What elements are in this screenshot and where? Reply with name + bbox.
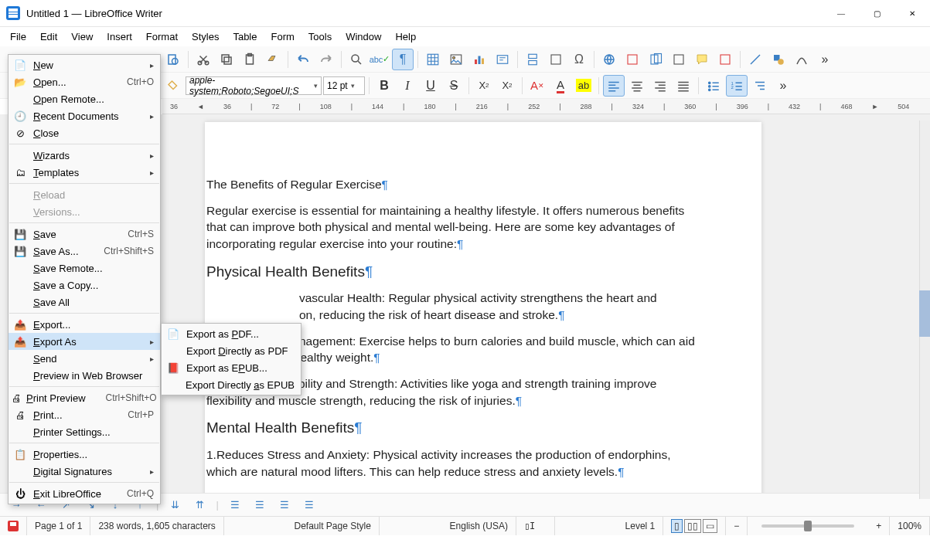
italic-button[interactable]: I	[397, 75, 418, 97]
highlight-style-icon[interactable]	[162, 75, 184, 97]
highlight-button[interactable]: ab	[573, 75, 594, 97]
underline-button[interactable]: U	[420, 75, 441, 97]
menu-view[interactable]: View	[64, 29, 100, 45]
overflow2-icon[interactable]: »	[772, 75, 794, 97]
menuitem-export-as[interactable]: 📤Export As▸	[9, 333, 160, 350]
submenu-export-pdf[interactable]: 📄 Export as PDF...	[162, 325, 301, 342]
nav-subdown-icon[interactable]: ⇊	[166, 497, 183, 514]
sb-words[interactable]: 238 words, 1,605 characters	[90, 517, 223, 535]
submenu-export-directly-pdf[interactable]: Export Directly as PDF	[162, 342, 301, 359]
find-icon[interactable]	[346, 49, 367, 70]
menuitem-print-[interactable]: 🖨Print...Ctrl+P	[9, 406, 160, 423]
menuitem-export-[interactable]: 📤Export...	[9, 316, 160, 333]
menu-window[interactable]: Window	[339, 29, 388, 45]
formatting-marks-icon[interactable]: ¶	[392, 49, 414, 70]
redo-icon[interactable]	[315, 49, 337, 70]
insert-field-icon[interactable]	[545, 49, 567, 70]
menu-format[interactable]: Format	[139, 29, 185, 45]
clear-format-button[interactable]: A✕	[526, 75, 548, 97]
nav-list3-icon[interactable]: ☰	[276, 497, 293, 514]
paste-icon[interactable]	[239, 49, 261, 70]
maximize-button[interactable]: ▢	[859, 0, 894, 27]
menu-help[interactable]: Help	[388, 29, 423, 45]
menu-tools[interactable]: Tools	[301, 29, 339, 45]
menuitem-close[interactable]: ⊘Close	[9, 124, 160, 141]
sb-zoom[interactable]: 100%	[890, 517, 930, 535]
sb-zoom-out[interactable]: −	[726, 517, 748, 535]
subscript-button[interactable]: X2	[496, 75, 518, 97]
clone-format-icon[interactable]	[262, 49, 284, 70]
comment-icon[interactable]	[691, 49, 713, 70]
bookmark-icon[interactable]	[645, 49, 666, 70]
nav-subup-icon[interactable]: ⇈	[191, 497, 208, 514]
menuitem-save-a-copy-[interactable]: Save a Copy...	[9, 277, 160, 294]
bullet-list-button[interactable]	[703, 75, 724, 97]
print-preview-icon[interactable]	[162, 49, 184, 70]
sb-page[interactable]: Page 1 of 1	[27, 517, 90, 535]
spellcheck-icon[interactable]: abc✓	[369, 49, 390, 70]
submenu-export-epub[interactable]: 📕 Export as EPUB...	[162, 359, 301, 376]
menuitem-send[interactable]: Send▸	[9, 350, 160, 367]
nav-list2-icon[interactable]: ☰	[251, 497, 268, 514]
align-right-button[interactable]	[649, 75, 671, 97]
font-color-button[interactable]: A	[550, 75, 571, 97]
menu-styles[interactable]: Styles	[185, 29, 226, 45]
font-name-combo[interactable]: apple-system;Roboto;SegoeUI;S ▾	[186, 76, 322, 95]
menuitem-save[interactable]: 💾SaveCtrl+S	[9, 226, 160, 243]
document-page[interactable]: The Benefits of Regular Exercise¶ Regula…	[205, 122, 761, 493]
close-button[interactable]: ✕	[894, 0, 930, 27]
page-break-icon[interactable]	[522, 49, 543, 70]
menuitem-save-as-[interactable]: 💾Save As...Ctrl+Shift+S	[9, 243, 160, 260]
menuitem-printer-settings-[interactable]: Printer Settings...	[9, 423, 160, 440]
submenu-export-directly-epub[interactable]: Export Directly as EPUB	[162, 376, 301, 393]
undo-icon[interactable]	[292, 49, 314, 70]
horizontal-ruler[interactable]: 36◄ 36| 72| 108| 144| 180| 216| 252| 288…	[162, 99, 930, 114]
sb-zoom-slider[interactable]	[748, 517, 868, 535]
align-left-button[interactable]	[603, 75, 625, 97]
line-icon[interactable]	[744, 49, 766, 70]
menuitem-wizards[interactable]: Wizards▸	[9, 147, 160, 164]
superscript-button[interactable]: X2	[473, 75, 495, 97]
menuitem-print-preview[interactable]: 🖨Print PreviewCtrl+Shift+O	[9, 389, 160, 406]
shapes-icon[interactable]	[768, 49, 789, 70]
cross-ref-icon[interactable]	[668, 49, 690, 70]
nav-list4-icon[interactable]: ☰	[301, 497, 318, 514]
menu-file[interactable]: File	[3, 29, 33, 45]
menuitem-exit-libreoffice[interactable]: ⏻Exit LibreOfficeCtrl+Q	[9, 485, 160, 502]
outline-button[interactable]	[749, 75, 771, 97]
menu-table[interactable]: Table	[226, 29, 264, 45]
copy-icon[interactable]	[216, 49, 237, 70]
bold-button[interactable]: B	[373, 75, 395, 97]
align-center-button[interactable]	[626, 75, 648, 97]
menuitem-save-all[interactable]: Save All	[9, 294, 160, 311]
menuitem-save-remote-[interactable]: Save Remote...	[9, 260, 160, 277]
hyperlink-icon[interactable]	[598, 49, 620, 70]
number-list-button[interactable]: 12	[726, 75, 748, 97]
font-size-combo[interactable]: 12 pt ▾	[323, 76, 365, 95]
footnote-icon[interactable]	[622, 49, 643, 70]
special-char-icon[interactable]: Ω	[568, 49, 590, 70]
align-justify-button[interactable]	[673, 75, 694, 97]
sb-lang[interactable]: English (USA)	[442, 517, 516, 535]
menuitem-templates[interactable]: 🗂Templates▸	[9, 164, 160, 181]
sb-view-icons[interactable]: ▯ ▯▯ ▭	[663, 517, 726, 535]
track-changes-icon[interactable]	[714, 49, 736, 70]
menu-edit[interactable]: Edit	[33, 29, 64, 45]
vertical-scrollbar[interactable]	[919, 120, 930, 499]
overflow-icon[interactable]: »	[814, 49, 836, 70]
menuitem-open-[interactable]: 📂Open...Ctrl+O	[9, 73, 160, 90]
menuitem-new[interactable]: 📄New▸	[9, 56, 160, 73]
menuitem-open-remote-[interactable]: Open Remote...	[9, 90, 160, 107]
minimize-button[interactable]: —	[823, 0, 859, 27]
nav-list1-icon[interactable]: ☰	[227, 497, 244, 514]
insert-image-icon[interactable]	[445, 49, 467, 70]
insert-textbox-icon[interactable]	[492, 49, 513, 70]
sb-zoom-in[interactable]: +	[868, 517, 890, 535]
sb-save-icon[interactable]	[0, 517, 27, 535]
menuitem-preview-in-web-browser[interactable]: Preview in Web Browser	[9, 367, 160, 384]
menuitem-digital-signatures[interactable]: Digital Signatures▸	[9, 463, 160, 480]
insert-chart-icon[interactable]	[468, 49, 490, 70]
sb-insert-mode[interactable]: ▯I	[516, 517, 555, 535]
cut-icon[interactable]	[192, 49, 214, 70]
sb-style[interactable]: Default Page Style	[286, 517, 379, 535]
